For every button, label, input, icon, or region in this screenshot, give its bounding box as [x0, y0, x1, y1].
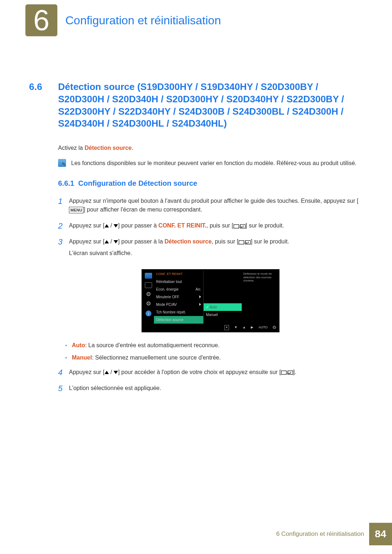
step2-term: CONF. ET REINIT. [158, 222, 206, 229]
step3-term: Détection source [164, 238, 212, 245]
osd-item-eco: Econ. énergieArr. [154, 286, 203, 293]
bullet-auto: Auto: La source d'entrée est automatique… [65, 341, 363, 350]
section-number: 6.6 [29, 80, 58, 94]
step-4: 4 Appuyez sur [ / ] pour accéder à l'opt… [58, 368, 363, 379]
osd-sub-auto: Auto [204, 303, 242, 311]
enter-icon: / [238, 239, 251, 245]
osd-item-repeat: Tch Nombre répét. [154, 308, 203, 316]
svg-rect-9 [288, 371, 293, 374]
enter-icon: / [233, 223, 246, 229]
svg-marker-2 [241, 226, 242, 228]
osd-screenshot: i CONF. ET REINIT. Réinitialiser tout Ec… [142, 269, 279, 332]
footer-text: 6 Configuration et réinitialisation [276, 529, 364, 539]
section-title: Détection source (S19D300HY / S19D340HY … [58, 81, 363, 130]
step-5: 5 L'option sélectionnée est appliquée. [58, 384, 363, 395]
chapter-number: 6 [33, 0, 50, 42]
osd-item-timer: Minuterie OFF [154, 293, 203, 301]
up-icon [105, 371, 109, 374]
up-icon [105, 240, 109, 243]
osd-item-detect: Détection source [154, 316, 203, 324]
osd-header: CONF. ET REINIT. [154, 271, 203, 278]
svg-marker-10 [288, 373, 289, 374]
osd-gear2-icon [145, 301, 152, 307]
svg-rect-4 [239, 241, 244, 244]
chapter-number-box: 6 [25, 4, 57, 36]
osd-item-mode: Mode PC/AV [154, 301, 203, 308]
svg-rect-8 [281, 371, 286, 374]
intro-term: Détection source [85, 145, 132, 151]
osd-monitor-icon [145, 273, 152, 279]
subsection-title: 6.6.1 Configuration de Détection source [58, 178, 363, 189]
osd-item-reset: Réinitialiser tout [154, 278, 203, 286]
down-icon [114, 224, 118, 227]
up-icon [105, 224, 109, 227]
osd-info-icon: i [146, 311, 151, 316]
bullet-manuel: Manuel: Sélectionnez manuellement une so… [65, 353, 363, 362]
svg-text:/: / [240, 225, 241, 229]
chapter-title: Configuration et réinitialisation [65, 12, 221, 29]
svg-text:/: / [245, 241, 246, 245]
menu-button-label: MENU [69, 207, 83, 214]
svg-rect-5 [245, 241, 250, 244]
osd-help-text: Définissez le mode de détection des sour… [242, 271, 278, 324]
osd-gear-icon [145, 292, 152, 297]
down-icon [114, 240, 118, 243]
note-icon [58, 159, 66, 167]
svg-text:/: / [287, 371, 288, 375]
step-1: 1 Appuyez sur n'importe quel bouton à l'… [58, 197, 363, 217]
osd-sub-manuel: Manuel [204, 311, 242, 319]
svg-marker-6 [246, 242, 247, 244]
svg-rect-0 [234, 225, 239, 228]
osd-bottom-bar: ✕ ▼ ▲ ▶ AUTO ⏻ [143, 324, 278, 332]
svg-rect-1 [240, 225, 245, 228]
enter-icon: / [281, 369, 293, 375]
down-icon [114, 371, 118, 374]
footer-page-number: 84 [369, 523, 392, 545]
intro-line: Activez la Détection source. [58, 144, 363, 152]
note-text: Les fonctions disponibles sur le moniteu… [71, 159, 356, 168]
osd-picture-icon [145, 282, 152, 288]
step-2: 2 Appuyez sur [ / ] pour passer à CONF. … [58, 221, 363, 233]
step-3: 3 Appuyez sur [ / ] pour passer à la Dét… [58, 237, 363, 260]
